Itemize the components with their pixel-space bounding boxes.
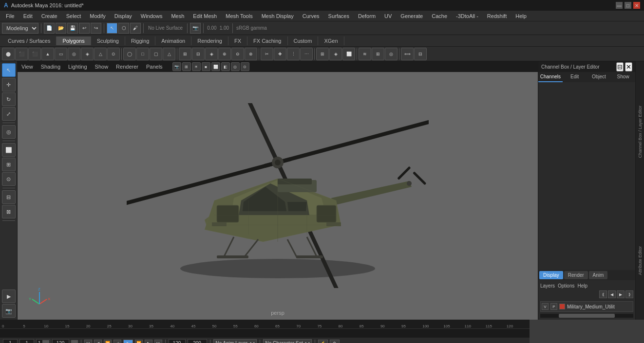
lattice-icon[interactable]: ⊞ bbox=[372, 48, 384, 60]
menu-item-select[interactable]: Select bbox=[62, 12, 85, 20]
camera-btn[interactable]: 📷 bbox=[190, 23, 201, 34]
menu-item-uv[interactable]: UV bbox=[380, 12, 396, 20]
menu-item-mesh[interactable]: Mesh bbox=[167, 12, 188, 20]
layer-nav-right2[interactable]: ⟫ bbox=[625, 290, 633, 298]
quad-draw-icon[interactable]: ⬜ bbox=[342, 48, 355, 60]
tab-edit[interactable]: Edit bbox=[563, 72, 587, 82]
mode-tab-custom[interactable]: Custom bbox=[288, 36, 319, 45]
nurbs-cyl-icon[interactable]: ▢ bbox=[150, 48, 162, 60]
redo-btn[interactable]: ↪ bbox=[91, 23, 101, 34]
menu-item-display[interactable]: Display bbox=[111, 12, 136, 20]
render-btn[interactable]: ▶ bbox=[2, 289, 16, 303]
anim-layer-dropdown[interactable]: No Anim Layer bbox=[213, 339, 257, 343]
select-tool-btn[interactable]: ↖ bbox=[2, 63, 16, 77]
torus-icon[interactable]: ◎ bbox=[68, 48, 80, 60]
mode-tab-xgen[interactable]: XGen bbox=[318, 36, 344, 45]
soft-sel-btn[interactable]: ⊙ bbox=[2, 172, 16, 186]
new-btn[interactable]: 📄 bbox=[44, 23, 55, 34]
next-key-btn[interactable]: ⏩ bbox=[135, 340, 143, 343]
mode-tab-curves-surfaces[interactable]: Curves / Surfaces bbox=[2, 36, 57, 45]
cut-icon[interactable]: ✂ bbox=[261, 48, 273, 60]
extrude-icon[interactable]: ⊞ bbox=[179, 48, 191, 60]
prev-frame-btn[interactable]: ◀ bbox=[94, 340, 102, 343]
timeline-track[interactable] bbox=[0, 328, 530, 337]
deform-icon[interactable]: ≋ bbox=[359, 48, 371, 60]
play-fwd-btn[interactable]: ▶ bbox=[123, 340, 133, 343]
auto-key-btn[interactable]: ⚡ bbox=[318, 340, 328, 343]
menu-item-modify[interactable]: Modify bbox=[86, 12, 109, 20]
nurbs-cube-icon[interactable]: □ bbox=[136, 48, 149, 60]
vp-dof-icon[interactable]: ⊙ bbox=[241, 62, 249, 71]
menu-item-curves[interactable]: Curves bbox=[299, 12, 323, 20]
menu-item-file[interactable]: File bbox=[2, 12, 19, 20]
menu-item-mesh-display[interactable]: Mesh Display bbox=[258, 12, 298, 20]
menu-item-help[interactable]: Help bbox=[511, 12, 530, 20]
viewport-canvas[interactable]: X Y Z persp bbox=[18, 72, 538, 320]
mode-tab-rigging[interactable]: Rigging bbox=[125, 36, 155, 45]
go-start-btn[interactable]: ⏮ bbox=[84, 340, 92, 343]
tab-show[interactable]: Show bbox=[611, 72, 635, 82]
show-man-btn[interactable]: ⬜ bbox=[2, 143, 16, 157]
mode-tab-sculpting[interactable]: Sculpting bbox=[91, 36, 125, 45]
bevel-icon[interactable]: ◈ bbox=[205, 48, 218, 60]
tab-render[interactable]: Render bbox=[564, 271, 588, 279]
mode-tab-fx[interactable]: FX bbox=[228, 36, 247, 45]
offset-loop-icon[interactable]: ⋯ bbox=[300, 48, 313, 60]
multi-cut-icon[interactable]: ✚ bbox=[274, 48, 286, 60]
range-btn[interactable] bbox=[71, 340, 78, 343]
pipe-icon[interactable]: ⊙ bbox=[107, 48, 120, 60]
lighting-menu[interactable]: Lighting bbox=[66, 63, 89, 71]
vp-shad-icon[interactable]: ■ bbox=[202, 62, 210, 71]
tab-object[interactable]: Object bbox=[587, 72, 611, 82]
show-menu[interactable]: Show bbox=[93, 63, 111, 71]
panels-menu[interactable]: Panels bbox=[144, 63, 165, 71]
pyramid-icon[interactable]: △ bbox=[94, 48, 107, 60]
layer-color-swatch[interactable] bbox=[559, 304, 565, 309]
menu-item-generate[interactable]: Generate bbox=[397, 12, 427, 20]
layer-scroll-thumb[interactable] bbox=[559, 314, 615, 318]
layer-nav-right[interactable]: ▶ bbox=[617, 290, 625, 298]
merge-icon[interactable]: ⊞ bbox=[316, 48, 329, 60]
layers-menu[interactable]: Layers bbox=[540, 283, 555, 289]
vp-light-icon[interactable]: ☀ bbox=[192, 62, 201, 71]
help-menu[interactable]: Help bbox=[577, 283, 587, 289]
minimize-button[interactable]: — bbox=[616, 2, 623, 9]
menu-item--3dtoall--[interactable]: -3DtoAll - bbox=[452, 12, 482, 20]
mode-tab-animation[interactable]: Animation bbox=[155, 36, 191, 45]
insert-loop-icon[interactable]: ⋮ bbox=[287, 48, 300, 60]
layer-nav-left[interactable]: ◀ bbox=[608, 290, 616, 298]
nurbs-sphere-icon[interactable]: ◯ bbox=[123, 48, 136, 60]
current-frame-input[interactable] bbox=[19, 339, 34, 343]
anim-total-input[interactable] bbox=[188, 339, 207, 343]
vp-ssao-icon[interactable]: ◎ bbox=[231, 62, 240, 71]
channel-box-side-label[interactable]: Channel Box / Layer Editor bbox=[637, 103, 644, 161]
hide-btn[interactable]: ⊠ bbox=[2, 205, 16, 218]
mode-tab-fx-caching[interactable]: FX Caching bbox=[247, 36, 287, 45]
snap-btn[interactable]: ⊞ bbox=[2, 158, 16, 171]
open-btn[interactable]: 📂 bbox=[56, 23, 66, 34]
close-button[interactable]: ✕ bbox=[633, 2, 640, 9]
tab-display[interactable]: Display bbox=[539, 271, 563, 279]
select-btn[interactable]: ↖ bbox=[107, 23, 117, 34]
cylinder-icon[interactable]: ⬛ bbox=[28, 48, 41, 60]
start-frame-input[interactable] bbox=[3, 339, 18, 343]
bool-icon[interactable]: ⊗ bbox=[245, 48, 257, 60]
vp-cam-icon[interactable]: 📷 bbox=[172, 62, 181, 71]
menu-item-redshift[interactable]: Redshift bbox=[483, 12, 511, 20]
next-frame-btn[interactable]: ▶ bbox=[145, 340, 152, 343]
move-tool-btn[interactable]: ✛ bbox=[2, 78, 16, 91]
channel-float-btn[interactable]: ⊟ bbox=[616, 62, 624, 72]
tab-channels[interactable]: Channels bbox=[538, 72, 563, 82]
channel-close-btn[interactable]: ✕ bbox=[625, 62, 632, 72]
mode-tab-polygons[interactable]: Polygons bbox=[57, 36, 91, 45]
mode-tab-rendering[interactable]: Rendering bbox=[191, 36, 228, 45]
separate-icon[interactable]: ⊖ bbox=[231, 48, 244, 60]
menu-item-edit[interactable]: Edit bbox=[19, 12, 37, 20]
menu-item-create[interactable]: Create bbox=[38, 12, 61, 20]
rotate-tool-btn[interactable]: ↻ bbox=[2, 92, 16, 106]
layer-nav-left2[interactable]: ⟪ bbox=[599, 290, 607, 298]
vp-wire-icon[interactable]: ⬜ bbox=[211, 62, 220, 71]
renderer-menu[interactable]: Renderer bbox=[114, 63, 140, 71]
mirror-icon[interactable]: ⊟ bbox=[414, 48, 427, 60]
paint-btn[interactable]: 🖌 bbox=[130, 23, 141, 34]
